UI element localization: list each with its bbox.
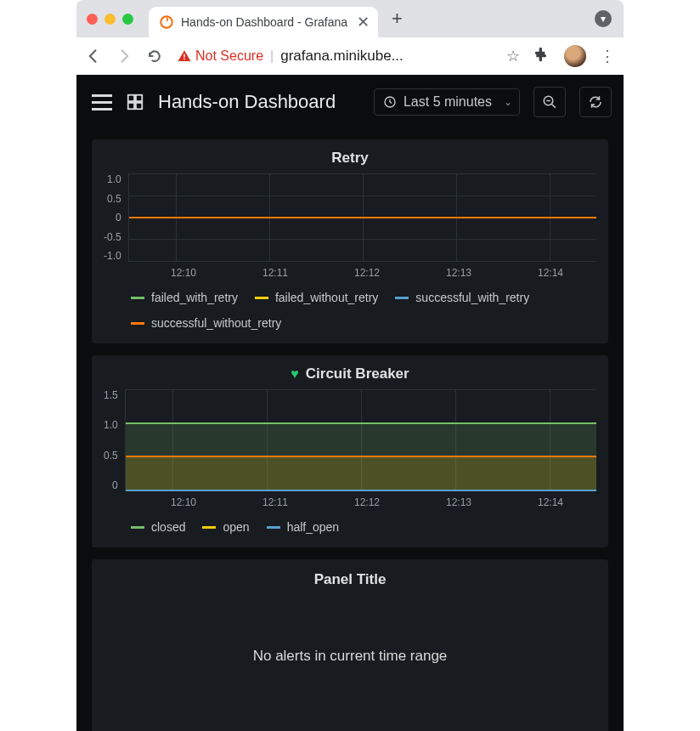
time-range-picker[interactable]: Last 5 minutes ⌄: [374, 88, 520, 116]
refresh-icon: [588, 94, 603, 110]
panel-title: Panel Title: [104, 571, 596, 588]
svg-rect-2: [183, 59, 185, 60]
tab-title: Hands-on Dashboard - Grafana: [181, 15, 350, 29]
retry-chart: 1.0 0.5 0 -0.5 -1.0: [104, 173, 596, 262]
clock-icon: [383, 95, 397, 109]
legend-item[interactable]: successful_with_retry: [395, 291, 529, 304]
url-text: grafana.minikube...: [280, 48, 404, 65]
arrow-right-icon: [116, 48, 133, 65]
reload-icon: [146, 48, 163, 65]
series-successful-without-retry: [129, 217, 596, 218]
plot-area: [128, 173, 596, 262]
chevron-down-icon: ⌄: [504, 96, 512, 108]
bookmark-button[interactable]: ☆: [506, 47, 520, 65]
svg-rect-1: [183, 54, 185, 58]
series-half-open: [126, 490, 596, 491]
browser-chrome: Hands-on Dashboard - Grafana ✕ + ▾ Not S…: [76, 0, 624, 75]
svg-rect-4: [136, 95, 142, 101]
panel-circuit-breaker[interactable]: ♥ Circuit Breaker 1.5 1.0 0.5 0: [92, 355, 608, 547]
puzzle-icon: [533, 46, 550, 63]
dashboard-title[interactable]: Hands-on Dashboard: [158, 91, 336, 113]
panel-title: ♥ Circuit Breaker: [104, 366, 596, 382]
panel-retry[interactable]: Retry 1.0 0.5 0 -0.5 -1.0: [92, 139, 608, 343]
legend-item[interactable]: closed: [131, 520, 185, 534]
x-axis: 12:10 12:11 12:12 12:13 12:14: [138, 267, 596, 279]
extensions-button[interactable]: [533, 46, 550, 67]
back-button[interactable]: [85, 48, 102, 65]
y-axis: 1.0 0.5 0 -0.5 -1.0: [104, 173, 128, 262]
fill-open: [126, 456, 596, 490]
zoom-out-icon: [542, 94, 557, 110]
legend-item[interactable]: successful_without_retry: [131, 316, 281, 330]
window-controls: [87, 14, 133, 25]
svg-rect-3: [128, 95, 134, 101]
maximize-window-button[interactable]: [122, 14, 133, 25]
forward-button[interactable]: [116, 48, 133, 65]
y-axis: 1.5 1.0 0.5 0: [104, 389, 125, 491]
url-field[interactable]: Not Secure | grafana.minikube...: [177, 48, 493, 65]
new-tab-button[interactable]: +: [392, 8, 403, 30]
svg-line-9: [551, 104, 556, 108]
not-secure-warning[interactable]: Not Secure: [177, 48, 263, 64]
close-window-button[interactable]: [87, 14, 98, 25]
dashboard-icon: [126, 93, 144, 111]
svg-rect-5: [128, 103, 134, 109]
legend-item[interactable]: failed_with_retry: [131, 291, 238, 304]
legend: closed open half_open: [131, 520, 596, 534]
browser-tab[interactable]: Hands-on Dashboard - Grafana ✕: [149, 7, 378, 37]
zoom-out-button[interactable]: [533, 87, 566, 117]
series-closed: [126, 422, 596, 424]
dashboard-toolbar: Hands-on Dashboard Last 5 minutes ⌄: [76, 75, 624, 133]
grafana-favicon-icon: [159, 14, 174, 30]
url-separator: |: [270, 48, 274, 64]
tab-strip: Hands-on Dashboard - Grafana ✕ + ▾: [76, 0, 624, 37]
panel-alerts[interactable]: Panel Title No alerts in current time ra…: [92, 559, 608, 731]
svg-rect-6: [136, 103, 142, 109]
legend-item[interactable]: half_open: [267, 520, 340, 534]
legend: failed_with_retry failed_without_retry s…: [131, 291, 596, 330]
grafana-app: Hands-on Dashboard Last 5 minutes ⌄ Retr…: [76, 75, 624, 731]
tab-list-button[interactable]: ▾: [595, 10, 612, 27]
profile-avatar[interactable]: [564, 45, 586, 67]
address-bar: Not Secure | grafana.minikube... ☆ ⋮: [76, 37, 624, 75]
warning-triangle-icon: [177, 48, 192, 64]
time-range-label: Last 5 minutes: [404, 94, 492, 110]
reload-button[interactable]: [146, 48, 163, 65]
no-alerts-message: No alerts in current time range: [104, 648, 596, 665]
panel-title: Retry: [104, 150, 596, 167]
browser-menu-button[interactable]: ⋮: [600, 47, 615, 65]
cb-chart: 1.5 1.0 0.5 0: [104, 389, 596, 491]
minimize-window-button[interactable]: [104, 14, 116, 25]
legend-item[interactable]: open: [202, 520, 249, 534]
series-open: [126, 456, 596, 457]
arrow-left-icon: [85, 48, 102, 65]
menu-button[interactable]: [92, 94, 112, 110]
heart-icon: ♥: [291, 366, 299, 382]
refresh-button[interactable]: [579, 87, 612, 117]
close-tab-icon[interactable]: ✕: [357, 13, 370, 31]
x-axis: 12:10 12:11 12:12 12:13 12:14: [138, 496, 596, 508]
legend-item[interactable]: failed_without_retry: [255, 291, 378, 304]
plot-area: [125, 389, 596, 491]
